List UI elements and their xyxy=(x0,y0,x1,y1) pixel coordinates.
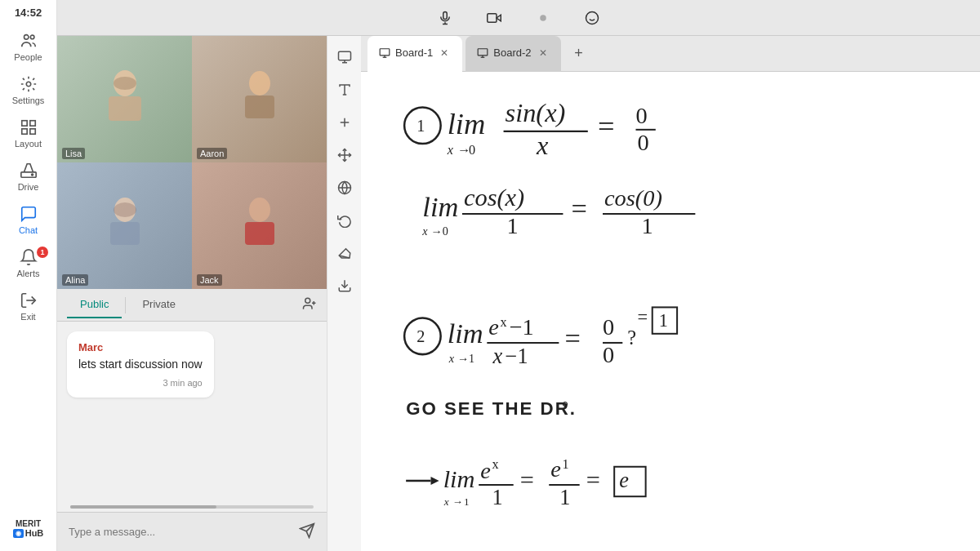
video-grid: Lisa Aaron xyxy=(57,36,327,289)
board-tab-close-1[interactable]: ✕ xyxy=(438,47,451,60)
svg-text:e: e xyxy=(550,456,561,482)
share-button[interactable] xyxy=(528,3,558,33)
svg-point-27 xyxy=(249,198,270,222)
top-controls-bar xyxy=(57,0,980,36)
chat-input[interactable] xyxy=(65,522,296,541)
svg-rect-5 xyxy=(21,129,26,134)
camera-button[interactable] xyxy=(479,3,509,33)
video-label-lisa: Lisa xyxy=(62,148,85,159)
chat-messages: Marc lets start discussion now 3 min ago xyxy=(57,322,327,502)
svg-text:0: 0 xyxy=(443,224,448,238)
brand-area: MERIT ◉ HuB xyxy=(13,519,44,544)
svg-text:cos(x): cos(x) xyxy=(464,184,524,211)
tab-private[interactable]: Private xyxy=(129,291,188,318)
video-cell-alina: Alina xyxy=(57,162,192,289)
sidebar-label-alerts: Alerts xyxy=(16,269,39,278)
svg-rect-3 xyxy=(21,121,26,126)
svg-text:2: 2 xyxy=(416,327,425,345)
svg-text:−1: −1 xyxy=(510,314,534,340)
chat-user-icon[interactable] xyxy=(302,296,317,314)
board-icon-2 xyxy=(477,47,488,59)
emoji-button[interactable] xyxy=(577,3,607,33)
person-fig-jack xyxy=(192,162,327,289)
board-tabs: Board-1 ✕ Board-2 ✕ + xyxy=(361,36,980,72)
sidebar-label-people: People xyxy=(14,52,42,62)
undo-icon xyxy=(337,213,352,228)
move-tool-button[interactable] xyxy=(330,140,359,170)
board-icon-1 xyxy=(379,47,390,59)
brand-sub: HuB xyxy=(25,528,44,538)
svg-text:lim: lim xyxy=(448,108,486,140)
sidebar-item-settings[interactable]: Settings xyxy=(0,69,56,112)
svg-point-26 xyxy=(114,202,136,217)
person-svg-alina xyxy=(100,193,149,259)
people-icon xyxy=(20,32,38,50)
sidebar-label-settings: Settings xyxy=(12,96,45,105)
board-svg: 1 lim x → 0 sin(x) x xyxy=(361,72,980,551)
mic-icon xyxy=(438,11,452,25)
alerts-icon xyxy=(20,248,38,266)
svg-text:x: x xyxy=(492,457,498,472)
svg-text:e: e xyxy=(480,458,491,483)
undo-tool-button[interactable] xyxy=(330,206,359,235)
svg-text:x: x xyxy=(447,143,454,158)
board-area: Board-1 ✕ Board-2 ✕ + 1 xyxy=(361,36,980,551)
board-tab-2[interactable]: Board-2 ✕ xyxy=(466,36,560,72)
svg-text:−1: −1 xyxy=(506,344,528,368)
exit-icon xyxy=(20,291,38,309)
sidebar-item-layout[interactable]: Layout xyxy=(0,112,56,155)
svg-rect-20 xyxy=(109,96,141,121)
svg-text:x: x xyxy=(448,352,455,365)
scroll-indicator xyxy=(70,505,314,509)
sidebar-item-chat[interactable]: Chat xyxy=(0,198,56,242)
sidebar-item-drive[interactable]: Drive xyxy=(0,155,56,198)
chat-input-area xyxy=(57,512,327,551)
svg-text:sin(x): sin(x) xyxy=(506,98,566,127)
svg-marker-100 xyxy=(431,477,439,485)
tab-public[interactable]: Public xyxy=(67,291,122,318)
svg-text:1: 1 xyxy=(507,213,519,238)
person-fig-lisa xyxy=(57,36,192,162)
sidebar-label-drive: Drive xyxy=(18,182,39,192)
share-icon xyxy=(536,11,550,25)
screen-tool-button[interactable] xyxy=(330,42,359,72)
chat-send-button[interactable] xyxy=(296,519,318,544)
add-tool-button[interactable] xyxy=(330,108,359,137)
svg-point-15 xyxy=(540,15,546,21)
user-add-icon xyxy=(302,296,317,311)
svg-point-22 xyxy=(249,71,270,96)
main-area: Lisa Aaron xyxy=(57,0,980,551)
svg-text:x: x xyxy=(421,224,428,238)
sidebar-item-people[interactable]: People xyxy=(0,25,56,69)
erase-tool-button[interactable] xyxy=(330,238,359,268)
svg-text:→: → xyxy=(457,352,469,365)
globe-tool-button[interactable] xyxy=(330,173,359,202)
text-tool-button[interactable] xyxy=(330,75,359,104)
sidebar-item-alerts[interactable]: 1 Alerts xyxy=(0,242,56,285)
svg-text:cos(0): cos(0) xyxy=(604,185,662,211)
settings-icon xyxy=(20,75,38,93)
globe-icon xyxy=(337,180,352,195)
mic-button[interactable] xyxy=(430,3,460,33)
chat-message-text: lets start discussion now xyxy=(78,357,203,373)
chat-panel: Public Private Marc xyxy=(57,289,327,551)
svg-rect-4 xyxy=(29,121,34,126)
sidebar-label-chat: Chat xyxy=(19,225,38,235)
board-add-button[interactable]: + xyxy=(568,42,590,65)
svg-text:GO SEE THE DR.: GO SEE THE DR. xyxy=(406,398,577,419)
board-tab-close-2[interactable]: ✕ xyxy=(537,47,550,60)
svg-text:e: e xyxy=(488,314,499,340)
plus-icon xyxy=(337,115,352,130)
download-icon xyxy=(337,278,352,293)
svg-text:1: 1 xyxy=(642,213,653,238)
svg-rect-28 xyxy=(245,222,274,245)
board-content[interactable]: 1 lim x → 0 sin(x) x xyxy=(361,72,980,551)
svg-rect-6 xyxy=(29,129,34,134)
person-svg-aaron xyxy=(235,67,284,132)
svg-text:1: 1 xyxy=(659,310,668,331)
download-tool-button[interactable] xyxy=(330,271,359,300)
svg-text:x: x xyxy=(443,495,449,508)
board-tab-1[interactable]: Board-1 ✕ xyxy=(368,36,462,72)
svg-point-16 xyxy=(586,11,599,24)
sidebar-item-exit[interactable]: Exit xyxy=(0,285,56,328)
